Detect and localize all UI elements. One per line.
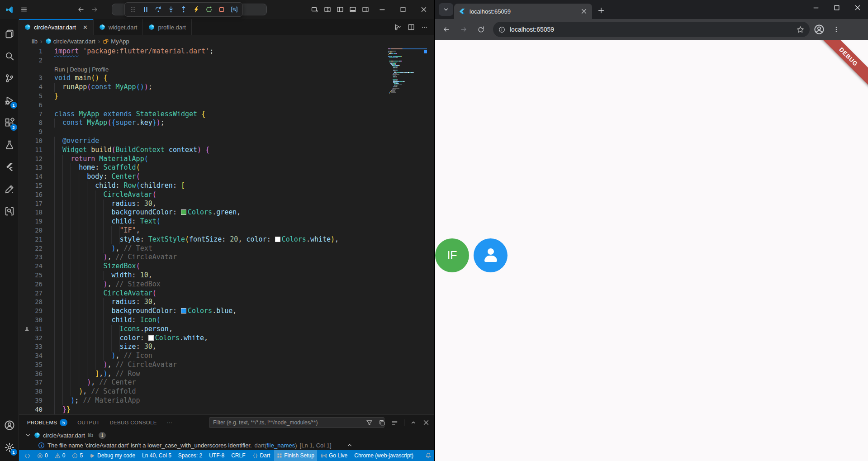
breadcrumb[interactable]: lib›circleAvatar.dart›MyApp bbox=[19, 35, 434, 47]
activitybar-run-debug[interactable]: 1 bbox=[0, 89, 19, 111]
restart-icon[interactable] bbox=[204, 4, 214, 15]
code-line[interactable]: 32 color: Colors.white, bbox=[19, 334, 434, 343]
breadcrumb-item[interactable]: lib bbox=[32, 38, 38, 45]
browser-window-close-button[interactable] bbox=[847, 0, 868, 15]
panel-tab[interactable]: ··· bbox=[167, 415, 172, 430]
split-editor-icon[interactable] bbox=[408, 24, 415, 31]
minimap[interactable] bbox=[388, 48, 427, 95]
maximize-panel-icon[interactable] bbox=[410, 419, 417, 426]
browser-window-minimize-button[interactable] bbox=[806, 0, 826, 15]
step-into-icon[interactable] bbox=[166, 4, 176, 15]
notifications-bell-icon[interactable] bbox=[425, 452, 432, 459]
browser-reload-icon[interactable] bbox=[473, 22, 489, 37]
editor-tab[interactable]: circleAvatar.dart✕ bbox=[19, 19, 94, 35]
code-line[interactable]: 38 ), // Scaffold bbox=[19, 387, 434, 396]
code-line[interactable]: 35 ), // CircleAvatar bbox=[19, 361, 434, 370]
problems-file-row[interactable]: circleAvatar.dart lib 1 bbox=[19, 430, 434, 440]
code-line[interactable]: 10 @override bbox=[19, 137, 434, 146]
panel-tab[interactable]: DEBUG CONSOLE bbox=[109, 415, 157, 430]
status-item[interactable]: 0 bbox=[52, 450, 68, 461]
code-line[interactable]: 26 ), // SizedBox bbox=[19, 280, 434, 289]
status-item[interactable]: 0 bbox=[34, 450, 51, 461]
status-item[interactable]: 5 bbox=[69, 450, 85, 461]
code-line[interactable]: 8 const MyApp({super.key}); bbox=[19, 119, 434, 128]
new-tab-button[interactable] bbox=[595, 4, 607, 17]
code-line[interactable]: 29 backgroundColor: Colors.blue, bbox=[19, 307, 434, 316]
menu-icon[interactable] bbox=[20, 6, 28, 13]
problem-row[interactable]: The file name 'circleAvatar.dart' isn't … bbox=[19, 440, 434, 450]
code-line[interactable]: 12 return MaterialApp( bbox=[19, 155, 434, 164]
tab-close-icon[interactable]: ✕ bbox=[83, 24, 88, 31]
code-line[interactable]: 13 home: Scaffold( bbox=[19, 163, 434, 172]
step-over-icon[interactable] bbox=[153, 4, 164, 15]
activitybar-account[interactable] bbox=[0, 414, 19, 436]
code-line[interactable]: 40 }} bbox=[19, 405, 434, 414]
panel-tab[interactable]: OUTPUT bbox=[77, 415, 100, 430]
code-line[interactable]: 33 size: 30, bbox=[19, 342, 434, 352]
problem-code-link[interactable]: file_names bbox=[266, 442, 295, 449]
group-by-icon[interactable] bbox=[379, 419, 385, 426]
browser-menu-icon[interactable] bbox=[829, 22, 844, 37]
status-item[interactable]: Spaces: 2 bbox=[175, 450, 205, 461]
status-item[interactable]: UTF-8 bbox=[206, 450, 227, 461]
run-and-debug-icon[interactable] bbox=[394, 24, 401, 31]
sidebar-left-icon[interactable] bbox=[334, 3, 346, 16]
activitybar-search[interactable] bbox=[0, 45, 19, 67]
code-line[interactable]: 6 bbox=[19, 101, 434, 110]
tab-search-button[interactable] bbox=[439, 3, 453, 16]
code-line[interactable]: 23 ), // CircleAvatar bbox=[19, 253, 434, 262]
stop-icon[interactable] bbox=[216, 4, 227, 15]
code-line[interactable]: 4 runApp(const MyApp()); bbox=[19, 83, 434, 92]
status-item[interactable]: CRLF bbox=[228, 450, 248, 461]
step-out-icon[interactable] bbox=[178, 4, 189, 15]
pause-icon[interactable] bbox=[140, 4, 151, 15]
code-line[interactable]: 2 bbox=[19, 56, 434, 65]
breadcrumb-item[interactable]: MyApp bbox=[103, 38, 129, 45]
codelens[interactable]: Run | Debug | Profile bbox=[19, 65, 434, 74]
sidebar-right-icon[interactable] bbox=[359, 3, 372, 16]
url-text[interactable]: localhost:65059 bbox=[510, 26, 792, 33]
activitybar-testing[interactable] bbox=[0, 133, 19, 156]
window-maximize-button[interactable] bbox=[393, 0, 413, 19]
activitybar-source-control[interactable] bbox=[0, 67, 19, 89]
filter-icon[interactable] bbox=[366, 419, 373, 426]
code-line[interactable]: 9 bbox=[19, 128, 434, 137]
code-line[interactable]: 18 backgroundColor: Colors.green, bbox=[19, 208, 434, 217]
more-actions-icon[interactable] bbox=[421, 24, 428, 31]
editor-tab[interactable]: widget.dart bbox=[94, 19, 143, 35]
profile-icon[interactable] bbox=[811, 22, 827, 37]
hot-reload-bolt-icon[interactable] bbox=[191, 4, 202, 15]
status-item[interactable]: Ln 40, Col 5 bbox=[139, 450, 174, 461]
browser-window-maximize-button[interactable] bbox=[826, 0, 847, 15]
activitybar-settings[interactable]: 1 bbox=[0, 436, 19, 458]
code-line[interactable]: 19 child: Text( bbox=[19, 217, 434, 226]
activitybar-search-editor[interactable] bbox=[0, 200, 19, 222]
activitybar-flutter[interactable] bbox=[0, 156, 19, 178]
activitybar-pencil[interactable] bbox=[0, 178, 19, 200]
code-line[interactable]: 17 radius: 30, bbox=[19, 200, 434, 209]
tab-close-icon[interactable] bbox=[580, 8, 588, 15]
code-line[interactable]: 3void main() { bbox=[19, 74, 434, 83]
panel-tab[interactable]: PROBLEMS5 bbox=[27, 415, 67, 430]
code-editor[interactable]: 1import 'package:flutter/material.dart';… bbox=[19, 47, 434, 414]
status-item[interactable]: Finish Setup bbox=[274, 450, 317, 461]
code-line[interactable]: 34 ), // Icon bbox=[19, 352, 434, 361]
browser-back-icon[interactable] bbox=[439, 22, 454, 37]
breadcrumb-item[interactable]: circleAvatar.dart bbox=[45, 38, 95, 45]
activitybar-extensions[interactable]: 2 bbox=[0, 111, 19, 133]
customize-layout-icon[interactable] bbox=[321, 3, 334, 16]
address-bar[interactable]: localhost:65059 bbox=[493, 22, 810, 37]
window-minimize-button[interactable] bbox=[372, 0, 393, 19]
code-line[interactable]: 7class MyApp extends StatelessWidget { bbox=[19, 110, 434, 119]
code-line[interactable]: 21 style: TextStyle(fontSize: 20, color:… bbox=[19, 235, 434, 244]
code-line[interactable]: 31 Icons.person, bbox=[19, 325, 434, 334]
editor-tab[interactable]: profile.dart bbox=[143, 19, 191, 35]
problems-filter-input[interactable] bbox=[209, 417, 384, 428]
devtools-icon[interactable] bbox=[229, 4, 240, 15]
code-line[interactable]: 16 CircleAvatar( bbox=[19, 190, 434, 200]
bookmark-star-icon[interactable] bbox=[797, 26, 804, 33]
status-item[interactable] bbox=[22, 450, 33, 461]
code-line[interactable]: 11 Widget build(BuildContext context) { bbox=[19, 146, 434, 155]
panel-bottom-icon[interactable] bbox=[346, 3, 359, 16]
collapse-caret-icon[interactable] bbox=[346, 442, 353, 448]
